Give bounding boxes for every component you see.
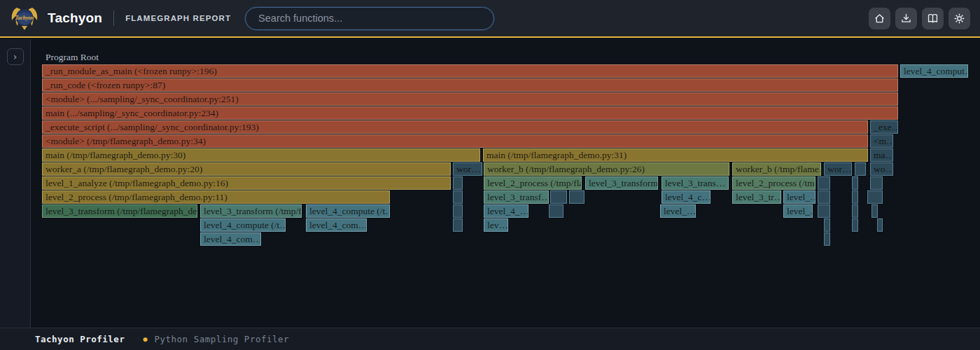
flame-bar[interactable] [877, 218, 883, 232]
sidebar: › [0, 39, 31, 328]
flame-bar[interactable]: level_… [660, 204, 696, 218]
flame-bar[interactable] [818, 204, 830, 218]
flame-bar[interactable] [870, 176, 883, 190]
flame-bar[interactable]: main (.../sampling/_sync_coordinator.py:… [42, 106, 898, 120]
tachyon-logo-icon: Tachyon [10, 4, 39, 33]
flame-bar[interactable]: level_4_… [484, 204, 528, 218]
flame-bar[interactable]: _run_code (<frozen runpy>:87) [42, 78, 898, 92]
app-window: Tachyon Tachyon FLAMEGRAPH REPORT [0, 0, 980, 350]
flame-bar[interactable]: main (/tmp/flamegraph_demo.py:31) [483, 148, 868, 162]
flame-bar[interactable]: level_3_transf… [484, 190, 549, 204]
flame-bar[interactable] [852, 204, 858, 218]
flame-bar[interactable] [453, 218, 463, 232]
flame-bar[interactable]: wor… [453, 162, 482, 176]
status-subtitle: Python Sampling Profiler [154, 334, 289, 344]
flame-bar[interactable] [824, 218, 830, 232]
flame-bar[interactable]: _execute_script (.../sampling/_sync_coor… [42, 120, 868, 134]
flame-bar[interactable] [867, 190, 883, 204]
flame-bar[interactable]: _exe… [870, 120, 898, 134]
flame-bar[interactable] [852, 218, 858, 232]
flame-bar[interactable]: level_3_transform (/tmp/fl… [200, 204, 302, 218]
flame-bar[interactable]: <m… [870, 134, 893, 148]
flame-bar[interactable] [550, 190, 567, 204]
flame-bar[interactable] [824, 232, 830, 246]
header: Tachyon Tachyon FLAMEGRAPH REPORT [0, 0, 980, 38]
home-icon [874, 13, 886, 24]
download-icon [900, 13, 912, 24]
search-input[interactable] [245, 7, 494, 30]
flame-bar[interactable]: lev… [484, 218, 508, 232]
theme-button[interactable] [948, 8, 970, 29]
flame-bar[interactable]: level_4_comput… [900, 64, 968, 78]
status-dot-icon: ● [143, 335, 147, 343]
flame-bar[interactable]: _run_module_as_main (<frozen runpy>:196) [42, 64, 898, 78]
flame-bar[interactable]: level_… [783, 204, 813, 218]
svg-text:Tachyon: Tachyon [15, 15, 34, 21]
flame-bar[interactable]: <module> (/tmp/flamegraph_demo.py:34) [42, 134, 868, 148]
header-divider [113, 10, 114, 26]
flame-bar[interactable]: main (/tmp/flamegraph_demo.py:30) [42, 148, 480, 162]
flame-bar[interactable]: wor… [824, 162, 852, 176]
flame-bar[interactable]: level_4_compute (/t… [306, 204, 390, 218]
flame-bar[interactable] [453, 176, 463, 190]
flame-bar[interactable]: level_4_com… [306, 218, 367, 232]
flame-bar[interactable]: worker_b (/tmp/flame… [732, 162, 821, 176]
sun-icon [953, 13, 965, 24]
download-button[interactable] [895, 8, 917, 29]
flame-bar[interactable] [852, 190, 858, 204]
flame-bar[interactable] [549, 204, 564, 218]
flame-bar[interactable]: level_… [783, 190, 816, 204]
flame-bar[interactable]: worker_a (/tmp/flamegraph_demo.py:20) [42, 162, 451, 176]
flame-bar[interactable]: level_2_process (/tmp/flamegraph_demo.py… [42, 190, 390, 204]
flame-bar[interactable] [872, 204, 878, 218]
flame-bar[interactable]: level_4_c… [662, 190, 710, 204]
flame-bar[interactable] [818, 176, 830, 190]
flame-bar[interactable] [818, 190, 830, 204]
flame-bar[interactable]: level_3_tr… [732, 190, 781, 204]
flame-bar[interactable]: Program Root [42, 50, 969, 64]
docs-button[interactable] [922, 8, 944, 29]
flame-bar[interactable]: <module> (.../sampling/_sync_coordinator… [42, 92, 898, 106]
sidebar-toggle-button[interactable]: › [7, 48, 24, 65]
flame-bar[interactable]: level_4_com… [200, 232, 261, 246]
flame-bar[interactable]: level_2_process (/tmp/fla… [484, 176, 582, 190]
book-icon [927, 13, 939, 24]
flame-bar[interactable]: level_3_transform… [585, 176, 658, 190]
flame-bar[interactable]: level_2_process (/tm… [732, 176, 816, 190]
flame-bar[interactable]: worker_b (/tmp/flamegraph_demo.py:26) [484, 162, 729, 176]
flame-bar[interactable] [453, 190, 463, 204]
flame-bar[interactable] [569, 190, 584, 204]
status-bar: Tachyon Profiler ● Python Sampling Profi… [0, 328, 980, 350]
app-title: Tachyon [48, 10, 102, 26]
flame-bar[interactable] [453, 204, 463, 218]
home-button[interactable] [869, 8, 890, 29]
flame-bar[interactable]: level_3_transform (/tmp/flamegraph_dem… [42, 204, 197, 218]
flame-bar[interactable]: ma… [870, 148, 893, 162]
flame-bar[interactable]: level_1_analyze (/tmp/flamegraph_demo.py… [42, 176, 451, 190]
flame-bar[interactable]: level_3_trans… [662, 176, 729, 190]
flame-bar[interactable]: wo… [870, 162, 893, 176]
flame-bar[interactable] [852, 176, 858, 190]
flame-bar[interactable] [855, 162, 866, 176]
status-app-name: Tachyon Profiler [35, 334, 125, 344]
report-type-label: FLAMEGRAPH REPORT [125, 14, 231, 22]
flamegraph[interactable]: Program Root_run_module_as_main (<frozen… [31, 39, 980, 328]
flame-bar[interactable]: level_4_compute (/t… [200, 218, 286, 232]
